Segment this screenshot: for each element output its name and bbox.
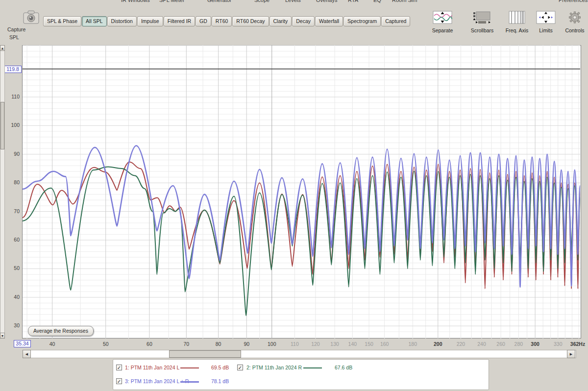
separate-graphs-icon xyxy=(433,11,452,24)
y-axis-tick-60: 60 xyxy=(6,237,20,243)
controls-button-label: Controls xyxy=(559,27,588,33)
legend-line-swatch-3 xyxy=(180,381,199,383)
legend-line-swatch-1 xyxy=(180,367,199,368)
x-axis-tick-220: 220 xyxy=(452,341,469,347)
camera-icon xyxy=(22,8,40,25)
x-axis-tick-280: 280 xyxy=(510,341,527,347)
x-axis-tick-110: 110 xyxy=(286,341,303,347)
scroll-right-button[interactable]: ▶ xyxy=(567,350,575,358)
legend-checkbox-3[interactable]: ✓ xyxy=(116,378,122,384)
freq-axis-button[interactable]: Freq. Axis xyxy=(501,11,533,33)
horizontal-scrollbar[interactable] xyxy=(23,350,576,358)
tab-spectrogram[interactable]: Spectrogram xyxy=(343,16,381,26)
x-axis-tick-130: 130 xyxy=(326,341,343,347)
gear-icon xyxy=(567,11,582,24)
legend-value-1: 69.5 dB xyxy=(211,365,229,370)
y-axis-tick-90: 90 xyxy=(6,151,20,157)
legend-line-swatch-2 xyxy=(303,367,322,368)
capture-button-label: Capture xyxy=(7,26,25,32)
y-axis-tick-30: 30 xyxy=(6,322,20,328)
capture-button[interactable] xyxy=(22,8,40,25)
tab-spl-phase[interactable]: SPL & Phase xyxy=(43,16,81,26)
average-responses-button[interactable]: Average the Responses xyxy=(28,326,94,336)
tab-captured[interactable]: Captured xyxy=(381,16,410,26)
legend-checkbox-1[interactable]: ✓ xyxy=(116,365,122,370)
scrollbars-icon xyxy=(472,11,492,24)
x-axis-tick-180: 180 xyxy=(404,341,421,347)
graph-tab-bar: SPL & PhaseAll SPLDistortionImpulseFilte… xyxy=(43,16,411,26)
menu-item-room-sim[interactable]: Room Sim xyxy=(392,0,417,3)
x-axis-tick-200: 200 xyxy=(430,341,446,347)
legend-row: ✓ 3: PTM 11th Jan 2024 L + R 78.1 dB xyxy=(113,377,489,387)
tab-decay[interactable]: Decay xyxy=(292,16,315,26)
legend-value-2: 67.6 dB xyxy=(335,365,352,370)
y-axis-tick-70: 70 xyxy=(6,208,20,214)
y-axis-tick-50: 50 xyxy=(6,265,20,271)
tab-impulse[interactable]: Impulse xyxy=(137,16,163,26)
x-axis-tick-300: 300 xyxy=(527,341,543,347)
controls-button[interactable]: Controls xyxy=(559,11,588,33)
graph-panel-title: SPL xyxy=(9,34,19,40)
plot-area[interactable] xyxy=(22,45,581,339)
x-axis-tick-60: 60 xyxy=(141,341,158,347)
scrollbars-button[interactable]: Scrollbars xyxy=(466,11,498,33)
tab-clarity[interactable]: Clarity xyxy=(270,16,292,26)
legend-label-1: 1: PTM 11th Jan 2024 L xyxy=(125,365,179,370)
x-axis-tick-70: 70 xyxy=(178,341,195,347)
scroll-up-button[interactable]: ▲ xyxy=(0,45,5,51)
freq-axis-icon xyxy=(509,11,525,24)
vertical-scrollbar[interactable] xyxy=(0,45,5,339)
menu-bar: Preferences IR WindowsSPL MeterGenerator… xyxy=(0,0,588,3)
scroll-left-button[interactable]: ◀ xyxy=(23,350,31,358)
freq-axis-button-label: Freq. Axis xyxy=(501,27,533,33)
x-axis-tick-90: 90 xyxy=(238,341,255,347)
legend-label-3: 3: PTM 11th Jan 2024 L + R xyxy=(125,378,189,384)
tab-rt60[interactable]: RT60 xyxy=(212,16,232,26)
y-axis-tick-80: 80 xyxy=(6,179,20,185)
x-axis-tick-362: 362Hz xyxy=(569,341,586,347)
x-axis-tick-260: 260 xyxy=(492,341,509,347)
x-axis-tick-50: 50 xyxy=(98,341,114,347)
menu-item-generator[interactable]: Generator xyxy=(207,0,232,3)
tab-rt60-decay[interactable]: RT60 Decay xyxy=(232,16,269,26)
scrollbars-button-label: Scrollbars xyxy=(466,27,498,33)
x-axis-tick-40: 40 xyxy=(44,341,61,347)
legend-row: ✓ 1: PTM 11th Jan 2024 L 69.5 dB ✓ 2: PT… xyxy=(113,364,489,373)
scroll-down-button[interactable]: ▼ xyxy=(0,333,5,339)
limits-button-label: Limits xyxy=(530,27,562,33)
x-axis-start-field[interactable]: 35.34 xyxy=(14,340,31,347)
limits-button[interactable]: Limits xyxy=(530,11,562,33)
horizontal-scrollbar-thumb[interactable] xyxy=(169,350,241,358)
menu-item-eq[interactable]: EQ xyxy=(373,0,381,3)
menu-item-scope[interactable]: Scope xyxy=(254,0,270,3)
tab-waterfall[interactable]: Waterfall xyxy=(315,16,343,26)
y-axis-tick-110: 110 xyxy=(6,94,20,99)
separate-button-label: Separate xyxy=(427,27,458,33)
legend-panel: ✓ 1: PTM 11th Jan 2024 L 69.5 dB ✓ 2: PT… xyxy=(113,359,489,390)
vertical-scrollbar-thumb[interactable] xyxy=(0,102,4,149)
limits-icon xyxy=(536,11,556,24)
separate-button[interactable]: Separate xyxy=(427,11,458,33)
tab-filtered-ir[interactable]: Filtered IR xyxy=(164,16,195,26)
x-axis-tick-160: 160 xyxy=(376,341,393,347)
menu-item-levels[interactable]: Levels xyxy=(285,0,301,3)
y-axis-top-limit-field[interactable]: 119.8 xyxy=(4,66,22,73)
tab-gd[interactable]: GD xyxy=(196,16,211,26)
tab-distortion[interactable]: Distortion xyxy=(107,16,137,26)
tab-all-spl[interactable]: All SPL xyxy=(82,16,106,26)
x-axis-tick-80: 80 xyxy=(210,341,227,347)
x-axis-tick-240: 240 xyxy=(473,341,490,347)
legend-label-2: 2: PTM 11th Jan 2024 R xyxy=(246,365,302,370)
x-axis-tick-120: 120 xyxy=(307,341,324,347)
menu-item-preferences[interactable]: Preferences xyxy=(559,0,588,3)
menu-item-rta[interactable]: RTA xyxy=(348,0,358,3)
y-axis-tick-40: 40 xyxy=(6,294,20,300)
x-axis-tick-150: 150 xyxy=(361,341,377,347)
menu-item-ir-windows[interactable]: IR Windows xyxy=(121,0,150,3)
menu-item-spl-meter[interactable]: SPL Meter xyxy=(159,0,185,3)
x-axis-tick-330: 330 xyxy=(550,341,566,347)
legend-value-3: 78.1 dB xyxy=(211,378,229,384)
menu-item-overlays[interactable]: Overlays xyxy=(316,0,337,3)
x-axis-tick-140: 140 xyxy=(344,341,361,347)
legend-checkbox-2[interactable]: ✓ xyxy=(237,365,243,370)
